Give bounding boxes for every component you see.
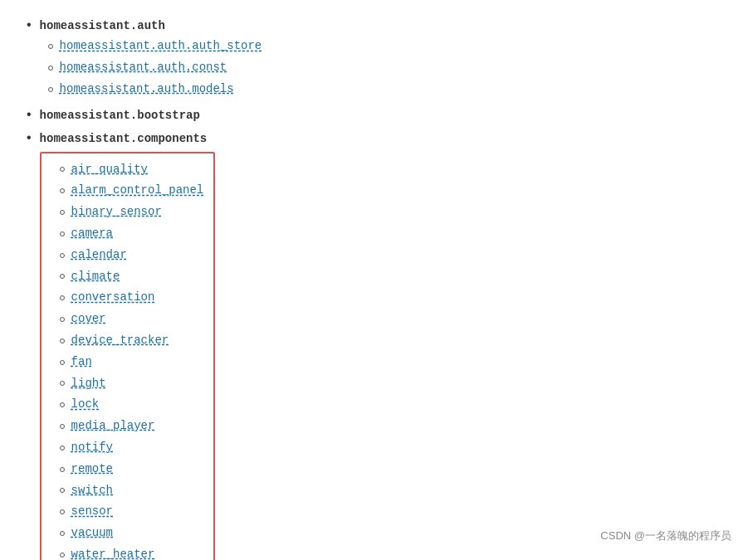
circle-bullet-icon [48,44,53,49]
bullet-icon: • [25,129,33,148]
list-item: media_player [51,416,204,436]
circle-bullet-icon [60,188,65,193]
module-link[interactable]: lock [71,395,100,415]
circle-bullet-icon [48,87,53,92]
list-item: camera [51,224,204,244]
module-link[interactable]: device_tracker [71,331,169,351]
circle-bullet-icon [60,446,65,450]
circle-bullet-icon [60,488,65,493]
circle-bullet-icon [60,274,65,279]
list-item: air_quality [51,160,204,180]
module-link[interactable]: notify [71,438,113,458]
bullet-icon: • [25,106,33,124]
module-link[interactable]: calendar [71,246,127,265]
list-item: climate [51,267,204,287]
circle-bullet-icon [60,210,65,215]
list-item: vacuum [51,523,204,543]
top-item-content: homeassistant.componentsair_qualityalarm… [40,129,216,560]
top-list: •homeassistant.authhomeassistant.auth.au… [25,17,723,560]
circle-bullet-icon [48,66,53,71]
list-item: alarm_control_panel [51,181,204,201]
sub-list: air_qualityalarm_control_panelbinary_sen… [51,160,204,560]
circle-bullet-icon [60,295,65,300]
module-link[interactable]: alarm_control_panel [71,181,204,201]
module-link[interactable]: media_player [71,416,155,436]
module-link[interactable]: remote [71,460,113,480]
circle-bullet-icon [60,467,65,472]
circle-bullet-icon [60,424,65,429]
top-list-item: •homeassistant.authhomeassistant.auth.au… [25,17,723,101]
circle-bullet-icon [60,360,65,365]
module-link[interactable]: homeassistant.auth.auth_store [60,37,262,56]
circle-bullet-icon [60,531,65,536]
module-link[interactable]: fan [71,353,92,373]
circle-bullet-icon [60,253,65,258]
list-item: fan [51,353,204,373]
bullet-icon: • [25,17,33,35]
module-link[interactable]: light [71,374,106,394]
module-link[interactable]: climate [71,267,120,287]
circle-bullet-icon [60,317,65,322]
page-container: •homeassistant.authhomeassistant.auth.au… [25,17,723,560]
module-link[interactable]: cover [71,309,106,329]
top-level-label: homeassistant.bootstrap [40,109,200,122]
list-item: homeassistant.auth.const [40,58,262,78]
module-link[interactable]: conversation [71,288,155,308]
list-item: light [51,374,204,394]
top-item-content: homeassistant.authhomeassistant.auth.aut… [40,17,262,101]
circle-bullet-icon [60,231,65,236]
circle-bullet-icon [60,402,65,407]
top-list-item: •homeassistant.componentsair_qualityalar… [25,129,723,560]
sub-list: homeassistant.auth.auth_storehomeassista… [40,37,262,99]
list-item: lock [51,395,204,415]
watermark: CSDN @一名落魄的程序员 [600,528,731,543]
circle-bullet-icon [60,338,65,343]
boxed-section: air_qualityalarm_control_panelbinary_sen… [40,152,216,560]
list-item: binary_sensor [51,202,204,222]
list-item: water_heater [51,545,204,560]
module-link[interactable]: camera [71,224,113,244]
circle-bullet-icon [60,381,65,386]
top-item-content: homeassistant.bootstrap [40,106,200,124]
list-item: homeassistant.auth.auth_store [40,37,262,56]
list-item: homeassistant.auth.models [40,80,262,100]
list-item: cover [51,309,204,329]
module-link[interactable]: binary_sensor [71,202,162,222]
module-link[interactable]: homeassistant.auth.const [60,58,227,78]
list-item: remote [51,460,204,480]
module-link[interactable]: water_heater [71,545,155,560]
circle-bullet-icon [60,553,65,558]
list-item: sensor [51,502,204,522]
list-item: device_tracker [51,331,204,351]
circle-bullet-icon [60,167,65,172]
module-link[interactable]: air_quality [71,160,148,180]
module-link[interactable]: sensor [71,502,113,522]
module-link[interactable]: vacuum [71,523,113,543]
top-list-item: •homeassistant.bootstrap [25,106,723,124]
list-item: notify [51,438,204,458]
list-item: switch [51,481,204,501]
top-level-label: homeassistant.auth [40,19,165,32]
module-link[interactable]: homeassistant.auth.models [60,80,234,100]
list-item: calendar [51,246,204,265]
circle-bullet-icon [60,509,65,514]
list-item: conversation [51,288,204,308]
top-level-label: homeassistant.components [40,132,208,145]
module-link[interactable]: switch [71,481,113,501]
